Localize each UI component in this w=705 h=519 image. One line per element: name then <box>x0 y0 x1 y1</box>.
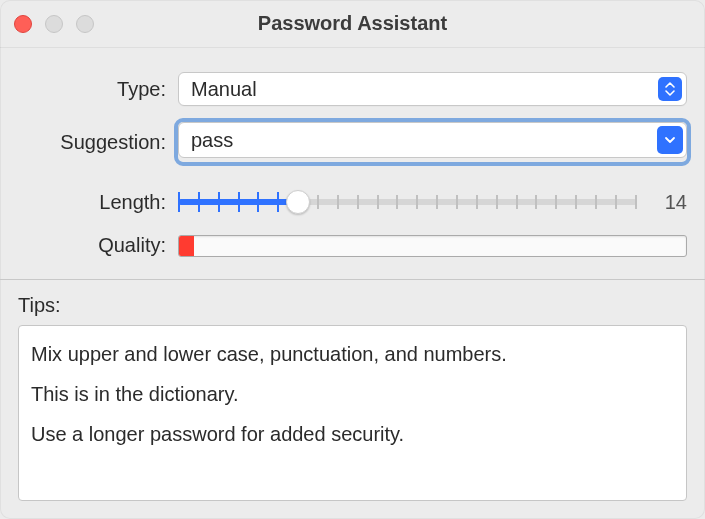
close-window-button[interactable] <box>14 15 32 33</box>
suggestion-row: Suggestion: <box>18 122 687 162</box>
length-label: Length: <box>18 191 178 214</box>
type-select[interactable]: Manual <box>178 72 687 106</box>
form-area: Type: Manual Suggestion: Length: <box>0 48 705 279</box>
quality-fill <box>179 236 194 256</box>
password-assistant-window: Password Assistant Type: Manual Suggesti… <box>0 0 705 519</box>
suggestion-input[interactable] <box>178 122 687 158</box>
chevron-down-icon <box>664 136 676 144</box>
tip-line: Mix upper and lower case, punctuation, a… <box>31 336 674 372</box>
length-value: 14 <box>637 191 687 214</box>
slider-thumb[interactable] <box>286 190 310 214</box>
select-stepper-icon <box>658 77 682 101</box>
window-title: Password Assistant <box>0 12 705 35</box>
quality-label: Quality: <box>18 234 178 257</box>
suggestion-dropdown-button[interactable] <box>657 126 683 154</box>
quality-row: Quality: <box>18 234 687 257</box>
minimize-window-button[interactable] <box>45 15 63 33</box>
titlebar: Password Assistant <box>0 0 705 48</box>
length-slider[interactable] <box>178 186 637 218</box>
length-row: Length: 14 <box>18 186 687 218</box>
type-label: Type: <box>18 78 178 101</box>
suggestion-label: Suggestion: <box>18 131 178 154</box>
tips-textbox: Mix upper and lower case, punctuation, a… <box>18 325 687 501</box>
zoom-window-button[interactable] <box>76 15 94 33</box>
tips-section: Tips: Mix upper and lower case, punctuat… <box>0 280 705 519</box>
traffic-lights <box>14 15 94 33</box>
tip-line: Use a longer password for added security… <box>31 416 674 452</box>
type-row: Type: Manual <box>18 72 687 106</box>
tip-line: This is in the dictionary. <box>31 376 674 412</box>
type-value: Manual <box>191 78 257 101</box>
tips-label: Tips: <box>18 294 687 317</box>
quality-meter <box>178 235 687 257</box>
